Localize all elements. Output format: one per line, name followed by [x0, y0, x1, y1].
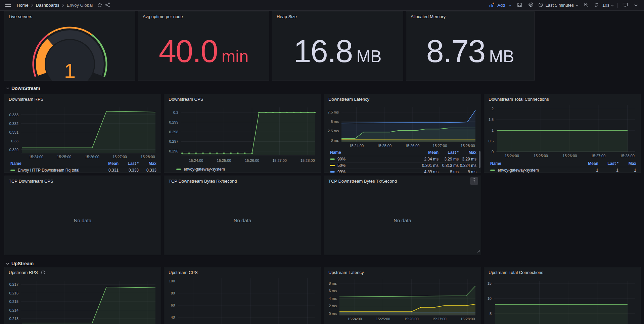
- legend-scrollbar[interactable]: [479, 151, 480, 168]
- info-circle-icon[interactable]: [41, 270, 45, 275]
- panel-upstream-cps: Upstream CPS 15:24:0015:25:0015:26:0015:…: [164, 267, 321, 324]
- panel-title[interactable]: Upstream RPS: [9, 270, 38, 275]
- refresh-button[interactable]: [593, 2, 600, 9]
- panel-title[interactable]: Allocated Memory: [411, 14, 446, 19]
- legend-series-name[interactable]: 90%: [330, 157, 418, 161]
- svg-text:15:28:00: 15:28:00: [141, 155, 155, 159]
- svg-text:8 ms: 8 ms: [329, 281, 337, 285]
- legend-column-header[interactable]: Name: [10, 161, 98, 167]
- legend-row: envoy-gateway-system111: [490, 167, 636, 173]
- time-series-plot[interactable]: 15:24:0015:25:0015:26:0015:27:0015:28:00…: [324, 104, 481, 149]
- kiosk-mode-button[interactable]: [621, 1, 629, 10]
- panel-title[interactable]: Upstream Total Connections: [489, 270, 543, 275]
- svg-text:15:25:00: 15:25:00: [534, 154, 548, 158]
- time-series-plot[interactable]: 15:24:0015:25:0015:26:0015:27:0015:28:00…: [164, 104, 321, 165]
- svg-text:15:24:00: 15:24:00: [189, 158, 203, 163]
- legend-series-name[interactable]: Envoy HTTP Downstream Rq total: [10, 168, 98, 173]
- breadcrumb-home[interactable]: Home: [17, 3, 29, 8]
- menu-toggle-button[interactable]: [4, 1, 12, 9]
- panel-title[interactable]: Avg uptime per node: [143, 14, 183, 19]
- svg-text:0 ms: 0 ms: [329, 312, 337, 316]
- svg-text:0.332: 0.332: [9, 122, 18, 126]
- legend-column-header[interactable]: Name: [490, 161, 578, 167]
- chevron-down-icon[interactable]: [611, 3, 614, 8]
- panel-title[interactable]: TCP Downstream Bytes Rx/second: [169, 179, 237, 184]
- time-series-plot[interactable]: 15:24:0015:25:0015:26:0015:27:0015:28:00…: [4, 277, 161, 324]
- svg-text:0.298: 0.298: [169, 130, 178, 134]
- legend-series-name[interactable]: 50%: [330, 163, 418, 168]
- series-color-swatch: [10, 170, 15, 171]
- legend-stat-value: 1: [598, 168, 618, 173]
- svg-text:5: 5: [490, 312, 492, 316]
- panel-title[interactable]: Downstream Latency: [328, 97, 369, 102]
- panel-tcp-downstream-cps: TCP Downstream CPS No data: [4, 176, 161, 255]
- share-dashboard-button[interactable]: [104, 1, 111, 10]
- dashboard-settings-button[interactable]: [527, 1, 535, 10]
- legend-column-header[interactable]: Mean: [578, 161, 598, 167]
- time-series-plot[interactable]: 15:24:0015:25:0015:26:0015:27:0015:28:00…: [484, 277, 641, 324]
- legend-column-header[interactable]: Max: [459, 150, 476, 156]
- legend-column-header[interactable]: Mean: [418, 150, 439, 156]
- legend-column-header[interactable]: Name: [330, 150, 418, 156]
- panel-title[interactable]: Upstream Latency: [328, 270, 364, 275]
- legend-column-header[interactable]: Last *: [119, 161, 139, 167]
- time-series-plot[interactable]: 15:24:0015:25:0015:26:0015:27:0015:28:00…: [484, 104, 641, 160]
- panel-title[interactable]: Downstream Total Connections: [489, 97, 549, 102]
- add-panel-button[interactable]: Add: [487, 2, 512, 8]
- svg-text:0.329: 0.329: [9, 148, 18, 152]
- svg-text:0.297: 0.297: [169, 139, 178, 143]
- svg-text:0.33: 0.33: [11, 139, 18, 143]
- panel-title[interactable]: Live servers: [9, 14, 32, 19]
- legend-column-header[interactable]: Mean: [98, 161, 119, 167]
- legend-column-header[interactable]: Last *: [598, 161, 618, 167]
- svg-text:0.331: 0.331: [9, 130, 18, 134]
- panel-title[interactable]: Heap Size: [277, 14, 297, 19]
- star-icon: [97, 2, 102, 8]
- svg-text:15:25:00: 15:25:00: [377, 144, 392, 148]
- panel-title[interactable]: Downstream RPS: [9, 97, 43, 102]
- time-range-picker[interactable]: Last 5 minutes: [538, 2, 579, 8]
- chart-legend: NameMeanLast *Max90%2.34 ms3.29 ms3.29 m…: [324, 150, 481, 173]
- svg-text:15:28:00: 15:28:00: [461, 144, 475, 148]
- legend-column-header[interactable]: Max: [618, 161, 636, 167]
- save-dashboard-button[interactable]: [516, 1, 523, 10]
- panel-title[interactable]: Upstream CPS: [169, 270, 198, 275]
- panel-upstream-latency: Upstream Latency 15:24:0015:25:0015:26:0…: [324, 267, 481, 324]
- legend-column-header[interactable]: Max: [139, 161, 156, 167]
- gauge-value: 1: [64, 59, 75, 81]
- svg-text:0.5: 0.5: [489, 139, 494, 143]
- legend-series-name[interactable]: envoy-gateway-system: [176, 167, 225, 172]
- panel-title[interactable]: TCP Downstream CPS: [9, 179, 53, 184]
- hamburger-icon: [5, 2, 11, 8]
- panel-upstream-rps: Upstream RPS 15:24:0015:25:0015:26:0015:…: [4, 267, 161, 324]
- breadcrumb: Home Dashboards Envoy Global: [17, 3, 93, 8]
- panel-resize-handle[interactable]: [477, 248, 480, 254]
- collapse-toolbar-button[interactable]: [633, 1, 639, 9]
- no-data-message: No data: [324, 186, 481, 255]
- panel-live-servers: Live servers 1: [4, 11, 135, 81]
- zoom-out-time-button[interactable]: [582, 1, 590, 10]
- panel-menu-button[interactable]: [470, 177, 478, 185]
- legend-stat-value: 3.29 ms: [439, 157, 459, 161]
- legend-column-header[interactable]: Last *: [439, 150, 459, 156]
- panel-title[interactable]: Downstream CPS: [169, 97, 203, 102]
- legend-series-name[interactable]: 99%: [330, 170, 418, 173]
- time-series-plot[interactable]: 15:24:0015:25:0015:26:0015:27:0015:28:00…: [4, 104, 161, 160]
- save-icon: [517, 2, 522, 8]
- legend-stat-value: 0.324 ms: [459, 163, 476, 168]
- svg-text:15:28:00: 15:28:00: [301, 158, 315, 163]
- svg-text:40: 40: [171, 315, 175, 319]
- svg-text:0.216: 0.216: [9, 291, 18, 295]
- panel-title[interactable]: TCP Downstream Bytes Tx/Second: [328, 179, 397, 184]
- search-minus-icon: [584, 2, 589, 8]
- time-series-plot[interactable]: 15:24:0015:25:0015:26:0015:27:0015:28:00…: [324, 277, 481, 322]
- refresh-interval-label[interactable]: 10s: [602, 3, 609, 8]
- legend-series-name[interactable]: envoy-gateway-system: [490, 168, 578, 173]
- breadcrumb-dashboards[interactable]: Dashboards: [36, 3, 59, 8]
- svg-text:2: 2: [492, 107, 494, 111]
- time-series-plot[interactable]: 15:24:0015:25:0015:26:0015:27:0015:28:00…: [164, 277, 321, 324]
- series-color-swatch: [176, 169, 181, 170]
- row-header-downstream[interactable]: DownStream: [6, 84, 40, 93]
- favorite-star-button[interactable]: [96, 1, 104, 10]
- refresh-controls: 10s: [593, 2, 614, 9]
